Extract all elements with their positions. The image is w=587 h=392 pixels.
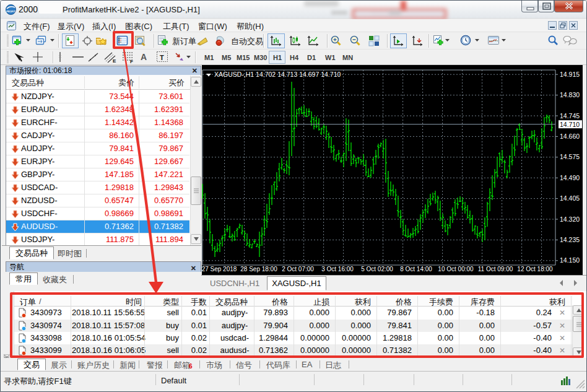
svg-text:新订单: 新订单 xyxy=(172,37,196,46)
svg-text:14.915: 14.915 xyxy=(560,71,580,78)
svg-text:12 Oct 18:00: 12 Oct 18:00 xyxy=(517,266,553,272)
svg-text:M30: M30 xyxy=(254,54,267,61)
svg-text:14.575: 14.575 xyxy=(560,153,580,160)
svg-text:E: E xyxy=(113,58,116,64)
svg-text:10 Oct 00:00: 10 Oct 00:00 xyxy=(438,266,474,272)
svg-text:T: T xyxy=(160,54,164,61)
svg-text:2 Oct 07:00: 2 Oct 07:00 xyxy=(282,266,314,272)
svg-text:11 Oct 09:00: 11 Oct 09:00 xyxy=(478,266,513,272)
svg-text:M5: M5 xyxy=(222,54,231,61)
svg-text:14.150: 14.150 xyxy=(560,256,580,264)
svg-text:A: A xyxy=(141,52,147,62)
svg-text:14.745: 14.745 xyxy=(560,112,580,120)
svg-text:M1: M1 xyxy=(204,54,214,61)
svg-text:14.490: 14.490 xyxy=(560,174,580,181)
svg-text:3 Oct 16:00: 3 Oct 16:00 xyxy=(321,266,354,272)
svg-text:14.660: 14.660 xyxy=(560,133,580,140)
svg-text:D1: D1 xyxy=(307,54,316,61)
svg-text:M15: M15 xyxy=(237,54,250,61)
svg-text:MN: MN xyxy=(342,54,353,61)
svg-text:27 Sep 2018: 27 Sep 2018 xyxy=(202,266,237,272)
svg-text:14.405: 14.405 xyxy=(560,194,580,202)
svg-text:自动交易: 自动交易 xyxy=(231,37,263,46)
svg-text:28 Sep 18:00: 28 Sep 18:00 xyxy=(240,266,277,272)
svg-text:14.235: 14.235 xyxy=(560,236,580,243)
svg-text:W1: W1 xyxy=(325,54,336,61)
svg-text:PROFIT: PROFIT xyxy=(6,10,15,13)
svg-text:8 Oct 14:00: 8 Oct 14:00 xyxy=(400,266,432,272)
svg-text:H4: H4 xyxy=(290,54,299,61)
svg-text:14.710: 14.710 xyxy=(560,121,580,128)
svg-text:F: F xyxy=(130,59,133,64)
svg-text:5 Oct 02:00: 5 Oct 02:00 xyxy=(361,266,393,272)
svg-text:XAGUSD-,H1 14.702 14.713 14.6: XAGUSD-,H1 14.702 14.713 14.697 14.710 xyxy=(214,71,341,78)
svg-text:H1: H1 xyxy=(273,54,282,61)
svg-text:14.320: 14.320 xyxy=(560,216,580,223)
svg-text:14.830: 14.830 xyxy=(560,91,580,98)
